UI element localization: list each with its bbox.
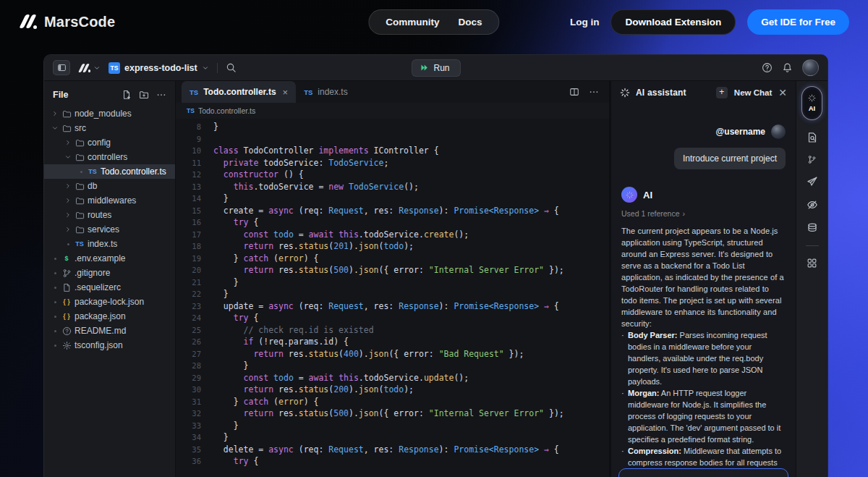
- rocket-icon[interactable]: [807, 176, 818, 187]
- search-icon[interactable]: [226, 62, 237, 73]
- user-avatar[interactable]: [802, 59, 819, 76]
- code-area[interactable]: 8}910class TodoController implements ICo…: [176, 119, 609, 477]
- run-button[interactable]: Run: [411, 59, 460, 77]
- get-ide-button[interactable]: Get IDE for Free: [747, 9, 849, 35]
- code-line[interactable]: 29 const todo = await this.todoService.u…: [176, 372, 609, 384]
- breadcrumb[interactable]: TS Todo.controller.ts: [176, 103, 609, 119]
- code-text: }: [213, 432, 229, 442]
- code-line[interactable]: 34 }: [176, 431, 609, 444]
- line-number: 12: [176, 170, 213, 179]
- line-number: 19: [176, 254, 213, 263]
- line-number: 29: [176, 373, 213, 382]
- brand[interactable]: MarsCode: [19, 14, 115, 30]
- download-extension-button[interactable]: Download Extension: [610, 9, 736, 35]
- tab-todo-controller-ts[interactable]: TSTodo.controller.ts×: [182, 81, 296, 103]
- tree-item-package-lock-json[interactable]: { }package-lock.json: [44, 295, 175, 309]
- git-branch-icon[interactable]: [807, 155, 817, 164]
- close-assistant-icon[interactable]: ✕: [778, 87, 787, 98]
- code-line[interactable]: 28 }: [176, 360, 609, 372]
- code-line[interactable]: 16 try {: [176, 216, 609, 229]
- plus-icon[interactable]: +: [716, 87, 728, 98]
- folder-icon: [73, 153, 86, 162]
- new-folder-icon[interactable]: [139, 90, 149, 100]
- code-line[interactable]: 18 return res.status(201).json(todo);: [176, 240, 609, 253]
- code-text: } catch (error) {: [213, 253, 318, 263]
- tab-index-ts[interactable]: TSindex.ts: [296, 81, 356, 103]
- more-icon[interactable]: [156, 90, 166, 100]
- code-line[interactable]: 17 const todo = await this.todoService.c…: [176, 229, 609, 241]
- tree-item-readme-md[interactable]: README.md: [44, 324, 175, 338]
- tree-item-node-modules[interactable]: node_modules: [44, 106, 175, 121]
- code-line[interactable]: 11 private todoService: TodoService;: [176, 157, 609, 169]
- eye-icon[interactable]: [807, 199, 818, 211]
- code-line[interactable]: 31 } catch (error) {: [176, 396, 609, 408]
- code-line[interactable]: 32 return res.status(500).json({ error: …: [176, 408, 609, 420]
- code-line[interactable]: 26 if (!req.params.id) {: [176, 336, 609, 348]
- reference-toggle[interactable]: Used 1 reference ›: [621, 209, 786, 218]
- tree-item-routes[interactable]: routes: [44, 208, 175, 222]
- chat-input[interactable]: [618, 468, 788, 477]
- code-line[interactable]: 20 return res.status(500).json({ error: …: [176, 264, 609, 277]
- ai-capsule-button[interactable]: AI: [801, 86, 822, 120]
- code-line[interactable]: 24 try {: [176, 312, 609, 324]
- ai-message-header: AI: [621, 187, 786, 203]
- sidebar-toggle-button[interactable]: [53, 60, 70, 75]
- tree-item-tsconfig-json[interactable]: tsconfig.json: [44, 338, 175, 353]
- tree-item-label: README.md: [75, 326, 126, 336]
- code-line[interactable]: 21 }: [176, 277, 609, 289]
- login-link[interactable]: Log in: [570, 17, 600, 28]
- project-switcher[interactable]: TS express-todo-list: [109, 62, 209, 74]
- site-header: MarsCode Community Docs Log in Download …: [0, 0, 868, 43]
- code-line[interactable]: 30 return res.status(200).json(todo);: [176, 384, 609, 396]
- tree-item-config[interactable]: config: [44, 135, 175, 150]
- nav-docs[interactable]: Docs: [451, 15, 490, 29]
- file-dot: [54, 316, 56, 318]
- code-line[interactable]: 9: [176, 133, 609, 145]
- workspace-menu[interactable]: [78, 63, 101, 73]
- tree-item-db[interactable]: db: [44, 179, 175, 193]
- new-chat-button[interactable]: New Chat: [734, 88, 772, 97]
- tree-item-controllers[interactable]: controllers: [44, 150, 175, 164]
- grid-icon[interactable]: [807, 258, 817, 269]
- code-line[interactable]: 10class TodoController implements IContr…: [176, 145, 609, 157]
- code-line[interactable]: 13 this.todoService = new TodoService();: [176, 181, 609, 193]
- code-line[interactable]: 27 return res.status(400).json({ error: …: [176, 348, 609, 360]
- file-search-icon[interactable]: [807, 132, 818, 143]
- help-icon[interactable]: [762, 62, 773, 73]
- line-number: 10: [176, 146, 213, 155]
- tree-item-middlewares[interactable]: middlewares: [44, 193, 175, 208]
- code-line[interactable]: 8}: [176, 121, 609, 133]
- tree-item--env-example[interactable]: $.env.example: [44, 251, 175, 266]
- tree-item-services[interactable]: services: [44, 222, 175, 237]
- tree-item--sequelizerc[interactable]: .sequelizerc: [44, 280, 175, 295]
- code-line[interactable]: 12 constructor () {: [176, 169, 609, 181]
- code-line[interactable]: 19 } catch (error) {: [176, 253, 609, 265]
- chevron-right-icon: [63, 211, 73, 219]
- new-file-icon[interactable]: [122, 90, 132, 100]
- close-icon[interactable]: ×: [283, 87, 289, 98]
- tree-item-src[interactable]: src: [44, 121, 175, 135]
- tree-item-todo-controller-ts[interactable]: TSTodo.controller.ts: [44, 164, 175, 179]
- bell-icon[interactable]: [782, 62, 793, 73]
- database-icon[interactable]: [807, 222, 818, 234]
- code-line[interactable]: 23 update = async (req: Request, res: Re…: [176, 300, 609, 313]
- editor-more-icon[interactable]: [589, 87, 599, 97]
- code-line[interactable]: 14 }: [176, 193, 609, 205]
- tree-item-package-json[interactable]: { }package.json: [44, 309, 175, 324]
- line-number: 17: [176, 230, 213, 239]
- code-line[interactable]: 35 delete = async (req: Request, res: Re…: [176, 444, 609, 456]
- user-message-bubble[interactable]: Introduce current project: [674, 148, 786, 169]
- tree-item-index-ts[interactable]: TSindex.ts: [44, 237, 175, 251]
- chevron-right-icon: [63, 197, 73, 204]
- split-editor-icon[interactable]: [569, 87, 579, 97]
- code-line[interactable]: 22 }: [176, 288, 609, 300]
- code-editor: TSTodo.controller.ts×TSindex.ts TS Todo.…: [176, 81, 609, 477]
- tree-item--gitignore[interactable]: .gitignore: [44, 266, 175, 280]
- code-line[interactable]: 36 try {: [176, 455, 609, 468]
- code-line[interactable]: 33 }: [176, 420, 609, 432]
- nav-community[interactable]: Community: [378, 15, 447, 29]
- code-line[interactable]: 15 create = async (req: Request, res: Re…: [176, 205, 609, 217]
- file-dot: [67, 243, 69, 245]
- code-text: }: [213, 421, 239, 431]
- code-line[interactable]: 25 // check req.id is existed: [176, 324, 609, 337]
